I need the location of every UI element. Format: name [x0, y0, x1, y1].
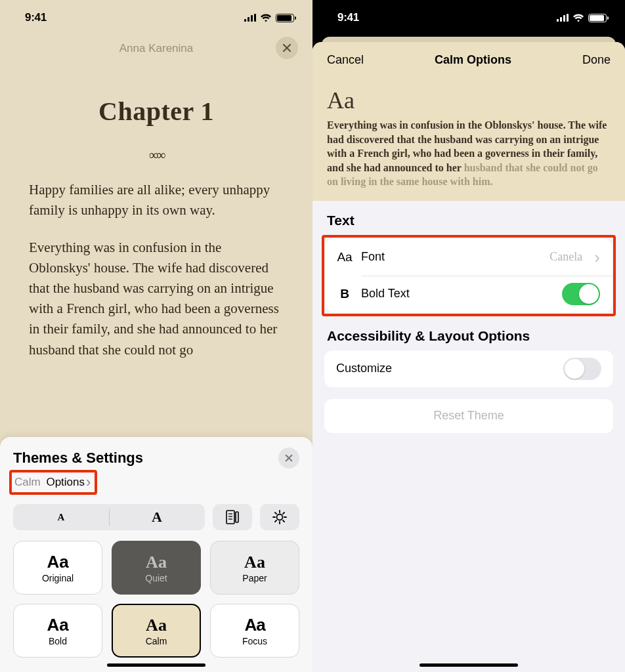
customize-toggle[interactable]: [563, 358, 601, 380]
home-indicator[interactable]: [420, 663, 518, 667]
theme-grid: AaOriginal AaQuiet AaPaper AaBold AaCalm…: [13, 541, 299, 658]
brightness-icon: [272, 509, 288, 525]
bold-b-icon: B: [337, 287, 352, 301]
customize-row-label: Customize: [336, 362, 392, 375]
preview-text: Everything was in confusion in the Oblon…: [327, 118, 611, 189]
wifi-icon: [572, 14, 584, 22]
theme-calm[interactable]: AaCalm: [112, 604, 201, 658]
brightness-button[interactable]: [260, 504, 299, 530]
status-time: 9:41: [25, 11, 47, 24]
status-icons: [557, 14, 607, 22]
svg-line-11: [283, 520, 284, 522]
signal-bars-icon: [557, 14, 569, 22]
theme-paper[interactable]: AaPaper: [210, 541, 299, 595]
close-icon: [285, 454, 293, 462]
current-theme-name: Calm: [14, 476, 41, 489]
font-aa-icon: Aa: [337, 250, 352, 264]
wifi-icon: [260, 14, 272, 22]
status-bar: 9:41: [0, 0, 312, 35]
text-size-control[interactable]: A A: [13, 504, 205, 530]
reset-theme-button[interactable]: Reset Theme: [324, 399, 613, 433]
phone-right: 9:41 Cancel Calm Options Done Aa Everyth…: [312, 0, 625, 672]
cancel-button[interactable]: Cancel: [327, 53, 364, 67]
options-sheet: Cancel Calm Options Done Aa Everything w…: [312, 42, 625, 672]
controls-row: A A: [13, 504, 299, 530]
svg-line-12: [275, 520, 276, 522]
home-indicator[interactable]: [107, 663, 205, 667]
chevron-right-icon: ›: [86, 474, 91, 491]
bold-row-label: Bold Text: [361, 287, 410, 301]
preview-aa: Aa: [327, 87, 611, 114]
bold-text-toggle[interactable]: [562, 283, 600, 305]
done-button[interactable]: Done: [582, 53, 611, 67]
text-size-larger[interactable]: A: [109, 509, 205, 526]
svg-rect-4: [236, 512, 238, 522]
signal-bars-icon: [244, 14, 256, 22]
close-icon: [282, 43, 291, 52]
themes-sheet: Themes & Settings Calm Options› A A AaOr…: [0, 437, 312, 672]
customize-row: Customize: [324, 350, 613, 387]
battery-icon: [276, 14, 294, 22]
font-row-value: Canela: [550, 250, 582, 264]
font-row-label: Font: [361, 250, 385, 264]
status-bar: 9:41: [312, 0, 625, 35]
paragraph: Everything was in confusion in the Oblon…: [29, 238, 284, 360]
accessibility-group: Customize: [324, 350, 613, 387]
status-icons: [244, 14, 294, 22]
book-header: Anna Karenina: [0, 35, 312, 62]
svg-line-10: [275, 513, 276, 514]
theme-options-link[interactable]: Calm Options›: [14, 474, 91, 491]
options-word: Options: [46, 476, 85, 489]
theme-bold[interactable]: AaBold: [13, 604, 102, 658]
chevron-right-icon: ›: [594, 249, 600, 266]
text-settings-group: Aa Font Canela › B Bold Text: [326, 239, 612, 312]
ornament-divider-icon: ∞∞: [29, 148, 284, 163]
font-row[interactable]: Aa Font Canela ›: [326, 239, 612, 276]
status-time: 9:41: [337, 11, 359, 24]
phone-left: 9:41 Anna Karenina Chapter 1 ∞∞ Happy fa…: [0, 0, 312, 672]
sheet-close-button[interactable]: [278, 448, 299, 469]
theme-original[interactable]: AaOriginal: [13, 541, 102, 595]
highlight-box: Aa Font Canela › B Bold Text: [322, 235, 616, 316]
svg-rect-0: [226, 511, 234, 524]
svg-line-13: [283, 513, 284, 514]
battery-icon: [588, 14, 607, 22]
highlight-box: Calm Options›: [9, 470, 97, 495]
nav-title: Calm Options: [435, 53, 511, 67]
reader-content[interactable]: Chapter 1 ∞∞ Happy families are all alik…: [0, 62, 312, 360]
section-accessibility-label: Accessibility & Layout Options: [312, 316, 625, 350]
nav-bar: Cancel Calm Options Done: [312, 42, 625, 77]
sheet-title: Themes & Settings: [13, 450, 143, 467]
preview-area: Aa Everything was in confusion in the Ob…: [312, 77, 625, 201]
theme-focus[interactable]: AaFocus: [210, 604, 299, 658]
book-title: Anna Karenina: [119, 42, 193, 55]
paragraph: Happy families are all alike; every unha…: [29, 180, 284, 220]
svg-point-5: [277, 514, 283, 520]
page-scroll-icon: [226, 510, 239, 524]
text-size-smaller[interactable]: A: [13, 512, 109, 523]
section-text-label: Text: [312, 201, 625, 235]
bold-text-row: B Bold Text: [326, 276, 612, 312]
scroll-mode-button[interactable]: [213, 504, 252, 530]
chapter-title: Chapter 1: [29, 96, 284, 127]
theme-quiet[interactable]: AaQuiet: [112, 541, 201, 595]
close-button[interactable]: [276, 37, 298, 59]
